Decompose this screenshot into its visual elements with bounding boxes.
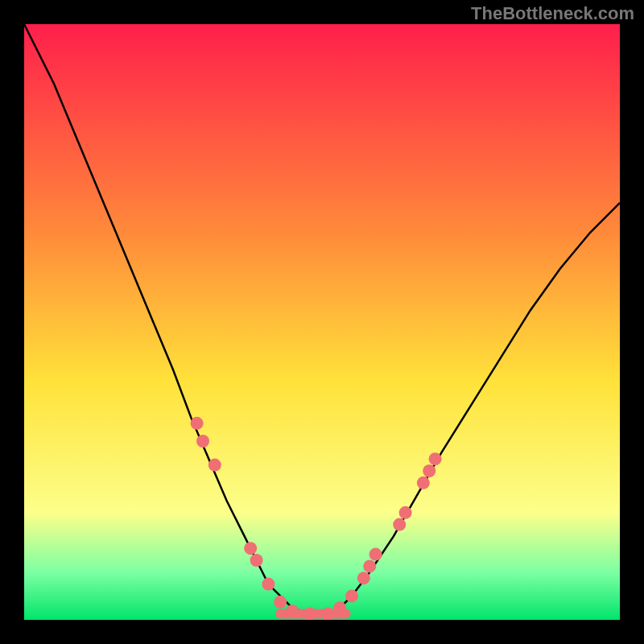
marker-point <box>303 608 316 620</box>
marker-point <box>321 608 334 620</box>
marker-point <box>345 589 358 602</box>
marker-point <box>244 542 257 555</box>
marker-point <box>208 459 221 472</box>
marker-point <box>369 548 382 561</box>
marker-point <box>191 417 204 430</box>
chart-background <box>24 24 620 620</box>
marker-point <box>393 518 406 531</box>
marker-point <box>196 435 209 448</box>
marker-point <box>333 601 346 614</box>
chart-svg <box>24 24 620 620</box>
marker-point <box>262 578 275 591</box>
marker-point <box>363 559 376 572</box>
marker-point <box>357 572 370 584</box>
marker-point <box>250 554 263 567</box>
marker-point <box>274 596 287 609</box>
marker-point <box>417 477 430 489</box>
chart-container: TheBottleneck.com <box>0 0 644 644</box>
marker-point <box>399 506 412 519</box>
marker-point <box>429 452 442 465</box>
plot-area <box>24 24 620 620</box>
watermark-text: TheBottleneck.com <box>471 3 634 24</box>
marker-point <box>423 464 436 477</box>
marker-point <box>286 605 299 617</box>
